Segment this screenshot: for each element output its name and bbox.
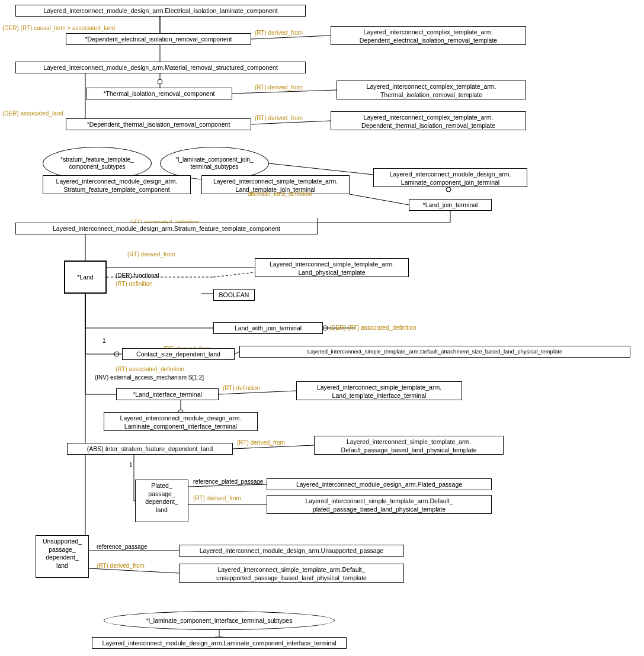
label-rt-associated-def-3: (RT) associated_definition [116,366,184,372]
box-land-interface-terminal: *Land_interface_terminal [116,388,219,400]
box-dependent-thermal: *Dependent_thermal_isolation_removal_com… [66,118,251,130]
box-unsupported-passage: Layered_interconnect_module_design_arm.U… [179,545,404,557]
box-inter-stratum: (ABS) Inter_stratum_feature_dependent_la… [67,443,233,455]
label-der-rt-associated-def-2: (DER) (RT) associated_definition [329,324,416,331]
label-reference-plated: reference_plated_passage [193,478,263,485]
svg-line-17 [350,194,409,205]
box-land: *Land [64,261,107,294]
box-land-template-interface-terminal: Layered_interconnect_simple_template_arm… [296,381,462,400]
box-stratum-feature-template-component: Layered_interconnect_module_design_arm. … [43,175,191,194]
svg-point-32 [323,326,328,330]
svg-line-59 [89,568,179,573]
box-dependent-electrical-isolation: *Dependent_electrical_isolation_removal_… [66,33,251,45]
label-rt-derived-from-2: (RT) derived_from [255,84,303,91]
svg-line-15 [269,163,373,175]
svg-line-27 [213,272,255,277]
label-rt-derived-from-inter: (RT) derived_from [237,439,285,446]
label-der-associated-land: (DER) associated_land [2,110,63,117]
label-rt-derived-from-unsupported: (RT) derived_from [97,562,145,569]
label-rt-derived-from-3: (RT) derived_from [255,115,303,121]
label-rt-derived-from-1: (RT) derived_from [255,30,303,36]
box-electrical-isolation-laminate: Layered_interconnect_module_design_arm.E… [15,5,306,17]
label-rt-definition-2: (RT) definition [223,385,260,391]
box-contact-size-dependent: Contact_size_dependent_land [122,348,235,360]
box-complex-template-dep-elec: Layered_interconnect_complex_template_ar… [331,26,526,45]
box-thermal-isolation: *Thermal_isolation_removal_component [86,88,232,99]
box-default-attachment-size: Layered_interconnect_simple_template_arm… [239,346,630,358]
svg-point-4 [158,79,162,84]
box-boolean: BOOLEAN [213,289,255,301]
box-complex-template-dep-thermal: Layered_interconnect_complex_template_ar… [331,111,526,130]
box-stratum-feature-template-component-2: Layered_interconnect_module_design_arm.S… [15,223,318,234]
label-1-contact: 1 [102,337,106,344]
label-der-functional: (RT) definition [116,281,153,287]
box-complex-template-thermal: Layered_interconnect_complex_template_ar… [337,81,526,99]
box-unsupported-passage-dependent-land: Unsupported_ passage_ dependent_ land [36,535,89,578]
box-default-unsupported-passage: Layered_interconnect_simple_template_arm… [179,564,404,583]
box-land-join-terminal: *Land_join_terminal [409,199,492,211]
label-reference-passage: reference_passage [97,544,148,550]
label-rt-derived-from-plated: (RT) derived_from [193,495,241,501]
svg-line-36 [235,352,239,354]
svg-point-18 [446,187,451,192]
label-alternate-land: (DER) functional [116,272,159,279]
diagram: Layered_interconnect_module_design_arm.E… [0,0,644,656]
ellipse-laminate-interface-terminal: *l_laminate_component_interface_terminal… [104,611,335,630]
box-plated-passage: Layered_interconnect_module_design_arm.P… [267,478,492,490]
label-rt-definition-1: alternate_land_definition [248,191,312,197]
box-laminate-component-join-terminal: Layered_interconnect_module_design_arm. … [373,168,527,187]
box-default-plated-passage: Layered_interconnect_simple_template_arm… [267,495,492,514]
box-laminate-component-interface-terminal: Layered_interconnect_module_design_arm. … [104,412,258,431]
box-laminate-component-interface-terminal-2: Layered_interconnect_module_design_arm.L… [92,637,347,649]
box-land-with-join-terminal: Land_with_join_terminal [213,322,323,334]
box-land-physical-template: Layered_interconnect_simple_template_arm… [255,258,409,277]
box-material-removal: Layered_interconnect_module_design_arm.M… [15,62,306,73]
box-plated-passage-dependent-land: Plated_ passage_ dependent_ land [135,480,188,522]
label-rt-derived-from-land: (RT) derived_from [127,251,175,258]
label-1-plated: 1 [129,462,133,468]
box-default-passage-based: Layered_interconnect_simple_template_arm… [314,436,504,455]
label-inv-external: (INV) external_access_mechanism S[1:2] [95,374,204,381]
label-der-rt-causal: (DER) (RT) causal_item > associated_land [2,25,115,31]
svg-point-35 [114,352,119,356]
